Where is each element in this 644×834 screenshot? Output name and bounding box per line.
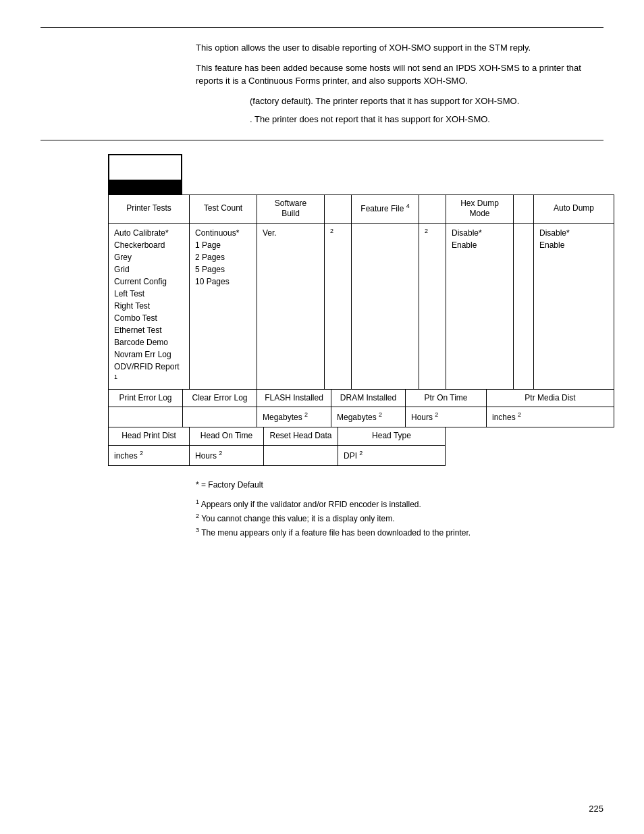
note-3: 3 The menu appears only if a feature fil… [196,525,603,540]
paragraph-1: This option allows the user to disable r… [196,41,603,55]
content-print-error-log [109,407,183,427]
diagram-area: Printer Tests Test Count SoftwareBuild F… [108,154,603,466]
section3-header-row: Head Print Dist Head On Time Reset Head … [109,427,445,446]
content-hex-dump: Disable*Enable [446,224,514,389]
top-rule [41,27,603,28]
header-hex-dump: Hex Dump Mode [446,195,514,223]
page-number: 225 [589,804,603,814]
header-auto-dump: Auto Dump [534,195,614,223]
section-3: Head Print Dist Head On Time Reset Head … [108,427,446,466]
section1-header-row: Printer Tests Test Count SoftwareBuild F… [109,195,614,224]
content-spacer2: 2 [419,224,446,389]
header-head-type: Head Type [338,427,445,445]
note-1: 1 Appears only if the validator and/or R… [196,497,603,511]
content-ptr-media: inches 2 [487,407,614,427]
content-head-type: DPI 2 [338,446,445,465]
paragraph-2: This feature has been added because some… [196,61,603,88]
header-spacer2 [419,195,446,223]
content-software-build: Ver. [257,224,325,389]
content-dram: Megabytes 2 [331,407,406,427]
section-1: Printer Tests Test Count SoftwareBuild F… [108,194,614,390]
header-dram: DRAM Installed [331,390,406,407]
content-reset-head-data [264,446,338,465]
header-ptr-media: Ptr Media Dist [487,390,614,407]
content-ptr-on-time: Hours 2 [406,407,487,427]
header-software-build: SoftwareBuild [257,195,325,223]
content-head-print-dist: inches 2 [109,446,190,465]
top-box-fill [109,180,181,193]
content-printer-tests: Auto Calibrate*CheckerboardGreyGridCurre… [109,224,190,389]
section1-content-row: Auto Calibrate*CheckerboardGreyGridCurre… [109,224,614,389]
section-2: Print Error Log Clear Error Log FLASH In… [108,389,614,428]
header-ptr-on-time: Ptr On Time [406,390,487,407]
section3-content-row: inches 2 Hours 2 DPI 2 [109,446,445,465]
header-clear-error-log: Clear Error Log [183,390,257,407]
content-spacer3 [514,224,534,389]
header-test-count: Test Count [190,195,257,223]
content-head-on-time: Hours 2 [190,446,264,465]
content-auto-dump: Disable*Enable [534,224,614,389]
header-head-print-dist: Head Print Dist [109,427,190,445]
content-feature-file [352,224,419,389]
content-flash: Megabytes 2 [257,407,331,427]
content-spacer1: 2 [325,224,352,389]
top-logo-box [108,154,182,194]
header-printer-tests: Printer Tests [109,195,190,223]
header-spacer1 [325,195,352,223]
header-reset-head-data: Reset Head Data [264,427,338,445]
header-flash: FLASH Installed [257,390,331,407]
header-feature-file: Feature File 4 [352,195,419,223]
notes-section: * = Factory Default 1 Appears only if th… [196,479,603,540]
note-factory-default: * = Factory Default [196,479,603,492]
page-container: This option allows the user to disable r… [0,0,644,834]
note-2: 2 You cannot change this value; it is a … [196,511,603,525]
content-test-count: Continuous*1 Page2 Pages5 Pages10 Pages [190,224,257,389]
header-print-error-log: Print Error Log [109,390,183,407]
mid-rule [41,140,603,140]
section2-content-row: Megabytes 2 Megabytes 2 Hours 2 inches 2 [109,407,614,427]
section2-header-row: Print Error Log Clear Error Log FLASH In… [109,390,614,408]
header-head-on-time: Head On Time [190,427,264,445]
content-clear-error-log [183,407,257,427]
header-spacer3 [514,195,534,223]
paragraph-4: . The printer does not report that it ha… [250,113,603,126]
paragraph-3: (factory default). The printer reports t… [250,95,603,108]
